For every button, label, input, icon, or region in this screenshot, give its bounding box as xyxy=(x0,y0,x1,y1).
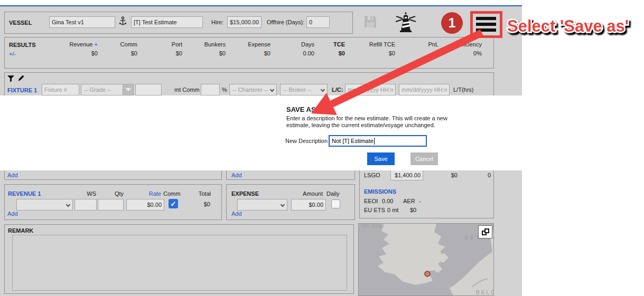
amount-header: Amount xyxy=(299,190,323,197)
results-header-refill-tce: Refill TCE xyxy=(348,41,395,47)
results-title: RESULTS xyxy=(9,42,36,48)
revenue-panel: REVENUE 1 WS Qty Rate Comm Total ✓ $0 Ad… xyxy=(4,184,222,220)
revenue-title[interactable]: REVENUE 1 xyxy=(8,190,41,197)
vessel-label: VESSEL xyxy=(9,20,32,26)
dialog-title: SAVE AS xyxy=(286,106,316,113)
dropdown-arrow-icon xyxy=(123,84,133,95)
new-description-label: New Description xyxy=(285,138,328,145)
results-header-tce: TCE xyxy=(297,41,345,47)
revenue-type-select[interactable] xyxy=(16,199,73,211)
dialog-description-line2: estimate, leaving the current estimate/v… xyxy=(286,122,435,129)
map-port-marker[interactable] xyxy=(425,271,430,276)
remark-panel: REMARK xyxy=(4,224,354,294)
expense-type-select[interactable] xyxy=(237,199,287,211)
grade-select[interactable]: -- Grade -- xyxy=(81,84,134,96)
new-description-input[interactable]: Not [T] Estimate xyxy=(329,135,427,147)
eu-ets-label: EU ETS xyxy=(364,207,385,213)
results-value-expense: $0 xyxy=(223,50,270,56)
eeoi-label: EEOI xyxy=(364,198,378,204)
comm-header: Comm xyxy=(163,190,180,197)
percent-label: % xyxy=(222,87,227,93)
add-expense-link[interactable]: Add xyxy=(231,211,242,217)
eu-ets-cost: $0 xyxy=(410,207,416,213)
save-as-dialog: SAVE AS Enter a description for the new … xyxy=(0,96,522,170)
revenue-total-value: $0 xyxy=(192,201,210,207)
add-link[interactable]: Add xyxy=(7,172,18,178)
map-belgium-label: BELGIU xyxy=(476,290,494,295)
laycan-from-input[interactable] xyxy=(345,84,396,96)
qty-input[interactable] xyxy=(98,199,124,211)
comm-checkbox[interactable]: ✓ xyxy=(169,199,178,208)
fixture-number-input[interactable] xyxy=(42,84,79,96)
remark-textarea[interactable] xyxy=(12,235,347,291)
step-1-badge: 1 xyxy=(441,12,463,34)
dialog-description-line1: Enter a description for the new estimate… xyxy=(286,115,447,122)
broker-select[interactable]: -- Broker -- xyxy=(280,84,328,96)
lsgo-label: LSGO xyxy=(364,172,380,178)
vessel-name-input[interactable] xyxy=(49,16,115,28)
qty-header: Qty xyxy=(105,190,124,197)
cancel-button[interactable]: Cancel xyxy=(410,152,438,165)
app-window: VESSEL Hire: Offhire (Days): xyxy=(0,0,522,296)
results-header-port: Port xyxy=(135,41,182,47)
daily-checkbox[interactable] xyxy=(331,199,340,208)
edit-pencil-icon[interactable] xyxy=(17,74,25,84)
aer-value: - xyxy=(419,198,421,204)
results-value-tce: $0 xyxy=(297,50,345,56)
anchor-icon[interactable] xyxy=(119,16,127,29)
results-header-bunkers: Bunkers xyxy=(178,41,226,47)
results-value-port: $0 xyxy=(135,50,182,56)
lsgo-cost-value: $0 xyxy=(436,172,458,178)
chevron-down-icon xyxy=(66,203,70,207)
rate-input[interactable] xyxy=(126,199,164,211)
offhire-input[interactable] xyxy=(306,16,330,28)
menu-highlight-box xyxy=(470,11,502,38)
results-header-expense: Expense xyxy=(223,41,270,47)
lsgo-price-input[interactable] xyxy=(390,169,423,180)
hire-input[interactable] xyxy=(227,16,262,28)
eeoi-value: 0.00 xyxy=(382,198,393,204)
add-link[interactable]: Add xyxy=(231,172,242,178)
save-button[interactable]: Save xyxy=(367,152,395,165)
add-revenue-link[interactable]: Add xyxy=(7,211,18,217)
expense-amount-input[interactable] xyxy=(291,199,326,211)
results-value-refill-tce: $0 xyxy=(348,50,395,56)
results-value-efficiency: 0% xyxy=(434,50,482,56)
filter-icon[interactable] xyxy=(7,75,15,84)
lighthouse-icon[interactable] xyxy=(394,12,417,35)
results-value-comm: $0 xyxy=(90,50,137,56)
results-header-comm: Comm xyxy=(90,41,137,47)
map-panel[interactable]: ish Sea NETHEI BELGIU xyxy=(358,223,494,296)
text-caret xyxy=(374,138,375,145)
chevron-down-icon xyxy=(321,88,325,92)
mt-comm-label: mt Comm xyxy=(174,87,200,93)
results-header-pnl: PnL xyxy=(391,41,438,47)
fixture-qty-input[interactable] xyxy=(135,84,162,96)
daily-header: Daily xyxy=(326,190,339,197)
ws-input[interactable] xyxy=(74,199,97,211)
total-header: Total xyxy=(192,190,211,197)
save-icon[interactable] xyxy=(363,15,377,31)
fixture-comm-input[interactable] xyxy=(201,84,220,96)
chevron-down-icon xyxy=(270,88,274,92)
ws-header: WS xyxy=(79,190,96,197)
callout-text: Select 'Save as' xyxy=(507,17,629,35)
results-adjust-link[interactable]: +/- xyxy=(9,51,16,57)
chevron-down-icon xyxy=(281,203,285,207)
map-sea-label: ish Sea xyxy=(361,224,382,228)
offhire-label: Offhire (Days): xyxy=(267,19,304,25)
map-expand-button[interactable] xyxy=(478,225,492,238)
charterer-select[interactable]: -- Charterer -- xyxy=(229,84,277,96)
expense-panel: EXPENSE Amount Daily Add xyxy=(226,184,355,220)
results-header-efficiency: Efficiency xyxy=(434,41,482,47)
fixture-title[interactable]: FIXTURE 1 xyxy=(7,87,37,93)
hire-label: Hire: xyxy=(211,19,223,25)
laycan-label: L/C: xyxy=(332,87,343,93)
laycan-to-input[interactable] xyxy=(399,84,450,96)
map-image: ish Sea NETHEI BELGIU xyxy=(359,224,494,296)
aer-label: AER xyxy=(403,198,415,204)
rate-header[interactable]: Rate xyxy=(140,190,161,197)
lsgo-qty-value: 0 xyxy=(471,172,491,178)
estimate-description-input[interactable] xyxy=(131,16,203,28)
expense-title: EXPENSE xyxy=(231,190,259,197)
